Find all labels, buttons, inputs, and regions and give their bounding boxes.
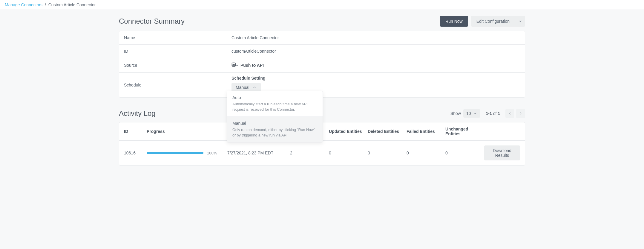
progress-percent: 100% [207, 151, 217, 155]
page-title: Connector Summary [119, 17, 185, 25]
page-size-select[interactable]: 10 [463, 109, 481, 118]
progress-bar [147, 152, 203, 154]
col-header-updated: Updated Entities [329, 129, 368, 134]
cell-failed: 0 [407, 151, 445, 155]
page-size-value: 10 [466, 111, 471, 116]
breadcrumb-parent-link[interactable]: Manage Connectors [5, 2, 42, 7]
schedule-option-manual[interactable]: Manual Only run on demand, either by cli… [227, 117, 323, 142]
col-header-deleted: Deleted Entities [368, 129, 407, 134]
pagination-range: 1-1 of 1 [486, 111, 500, 116]
schedule-option-desc: Automatically start a run each time a ne… [232, 102, 317, 112]
summary-id-value: customArticleConnector [227, 45, 525, 58]
edit-configuration-dropdown-toggle[interactable] [515, 16, 525, 27]
summary-source-value: Push to API [227, 58, 525, 72]
chevron-right-icon [519, 111, 523, 116]
database-icon [231, 62, 238, 68]
breadcrumb-separator: / [45, 2, 46, 7]
run-now-button[interactable]: Run Now [440, 16, 468, 27]
schedule-setting-heading: Schedule Setting [231, 76, 520, 81]
progress-fill [147, 152, 203, 154]
chevron-up-icon [252, 85, 257, 89]
next-page-button[interactable] [516, 109, 525, 118]
col-header-failed: Failed Entities [407, 129, 445, 134]
activity-log-title: Activity Log [119, 109, 156, 118]
cell-run-date: 7/27/2021, 8:23 PM EDT [227, 151, 290, 155]
breadcrumb-current: Custom Article Connector [48, 2, 96, 7]
col-header-id: ID [124, 129, 147, 134]
chevron-left-icon [508, 111, 512, 116]
summary-source-text: Push to API [240, 63, 264, 68]
summary-name-label: Name [119, 31, 227, 44]
chevron-down-icon [518, 19, 522, 23]
prev-page-button[interactable] [505, 109, 514, 118]
show-label: Show [450, 111, 461, 116]
chevron-down-icon [473, 111, 477, 116]
schedule-selected-value: Manual [236, 85, 249, 90]
cell-unchanged: 0 [445, 151, 484, 155]
svg-point-0 [232, 63, 235, 65]
schedule-option-desc: Only run on demand, either by clicking "… [232, 127, 317, 138]
summary-source-label: Source [119, 58, 227, 72]
col-header-unchanged: Unchanged Entities [445, 127, 484, 136]
edit-configuration-button[interactable]: Edit Configuration [471, 16, 515, 27]
table-row: 10616 100% 7/27/2021, 8:23 PM EDT 2 0 0 … [119, 141, 525, 165]
breadcrumb: Manage Connectors / Custom Article Conne… [0, 0, 644, 10]
schedule-option-auto[interactable]: Auto Automatically start a run each time… [227, 91, 323, 117]
cell-id: 10616 [124, 151, 147, 155]
schedule-option-title: Auto [232, 95, 317, 100]
summary-id-label: ID [119, 45, 227, 58]
cell-new: 2 [290, 151, 329, 155]
connector-summary-card: Name Custom Article Connector ID customA… [119, 31, 525, 98]
cell-deleted: 0 [368, 151, 407, 155]
col-header-progress: Progress [147, 129, 227, 134]
cell-updated: 0 [329, 151, 368, 155]
download-results-button[interactable]: Download Results [484, 145, 520, 160]
summary-schedule-label: Schedule [119, 73, 227, 97]
summary-name-value: Custom Article Connector [227, 31, 525, 44]
schedule-option-title: Manual [232, 121, 317, 126]
schedule-dropdown: Auto Automatically start a run each time… [227, 91, 323, 142]
